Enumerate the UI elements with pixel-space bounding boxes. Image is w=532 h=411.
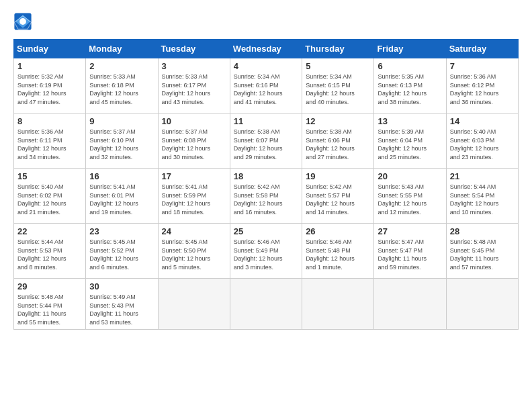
calendar-cell: 7 Sunrise: 5:36 AMSunset: 6:12 PMDayligh… — [446, 58, 518, 113]
weekday-header: Monday — [86, 40, 158, 58]
calendar-header-row: SundayMondayTuesdayWednesdayThursdayFrid… — [14, 40, 519, 58]
calendar-week-row: 22 Sunrise: 5:44 AMSunset: 5:53 PMDaylig… — [14, 224, 519, 279]
day-number: 13 — [378, 116, 442, 126]
day-info: Sunrise: 5:44 AMSunset: 5:53 PMDaylight:… — [17, 238, 82, 271]
day-number: 25 — [234, 226, 298, 236]
day-number: 29 — [17, 281, 82, 291]
page: SundayMondayTuesdayWednesdayThursdayFrid… — [0, 0, 532, 336]
day-info: Sunrise: 5:32 AMSunset: 6:19 PMDaylight:… — [17, 73, 82, 106]
logo — [13, 12, 35, 31]
calendar-cell: 13 Sunrise: 5:39 AMSunset: 6:04 PMDaylig… — [374, 113, 446, 169]
calendar-cell: 2 Sunrise: 5:33 AMSunset: 6:18 PMDayligh… — [86, 58, 158, 113]
day-info: Sunrise: 5:35 AMSunset: 6:13 PMDaylight:… — [378, 73, 442, 106]
day-number: 11 — [234, 116, 298, 126]
calendar-cell: 30 Sunrise: 5:49 AMSunset: 5:43 PMDaylig… — [86, 279, 158, 330]
day-number: 22 — [17, 226, 82, 236]
day-info: Sunrise: 5:49 AMSunset: 5:43 PMDaylight:… — [89, 293, 154, 326]
day-info: Sunrise: 5:40 AMSunset: 6:03 PMDaylight:… — [450, 128, 515, 161]
calendar-cell: 16 Sunrise: 5:41 AMSunset: 6:01 PMDaylig… — [86, 169, 158, 224]
header — [13, 12, 519, 31]
day-number: 1 — [17, 61, 82, 71]
calendar-week-row: 8 Sunrise: 5:36 AMSunset: 6:11 PMDayligh… — [14, 113, 519, 169]
calendar-cell: 27 Sunrise: 5:47 AMSunset: 5:47 PMDaylig… — [374, 224, 446, 279]
day-number: 20 — [378, 171, 442, 181]
day-number: 7 — [450, 61, 515, 71]
day-number: 27 — [378, 226, 442, 236]
weekday-header: Wednesday — [230, 40, 302, 58]
day-number: 9 — [89, 116, 154, 126]
day-number: 2 — [89, 61, 154, 71]
day-info: Sunrise: 5:34 AMSunset: 6:15 PMDaylight:… — [306, 73, 370, 106]
calendar-cell — [158, 279, 230, 330]
day-info: Sunrise: 5:37 AMSunset: 6:10 PMDaylight:… — [89, 128, 154, 161]
calendar-week-row: 1 Sunrise: 5:32 AMSunset: 6:19 PMDayligh… — [14, 58, 519, 113]
calendar-cell: 1 Sunrise: 5:32 AMSunset: 6:19 PMDayligh… — [14, 58, 86, 113]
day-info: Sunrise: 5:33 AMSunset: 6:18 PMDaylight:… — [89, 73, 154, 106]
calendar-cell — [374, 279, 446, 330]
calendar-cell: 4 Sunrise: 5:34 AMSunset: 6:16 PMDayligh… — [230, 58, 302, 113]
calendar-cell: 3 Sunrise: 5:33 AMSunset: 6:17 PMDayligh… — [158, 58, 230, 113]
day-info: Sunrise: 5:46 AMSunset: 5:49 PMDaylight:… — [234, 238, 298, 271]
logo-icon — [13, 12, 32, 31]
day-number: 17 — [162, 171, 226, 181]
day-number: 19 — [306, 171, 370, 181]
day-number: 23 — [89, 226, 154, 236]
day-number: 30 — [89, 281, 154, 291]
calendar-week-row: 15 Sunrise: 5:40 AMSunset: 6:02 PMDaylig… — [14, 169, 519, 224]
calendar-cell: 21 Sunrise: 5:44 AMSunset: 5:54 PMDaylig… — [446, 169, 518, 224]
calendar-cell: 10 Sunrise: 5:37 AMSunset: 6:08 PMDaylig… — [158, 113, 230, 169]
day-number: 3 — [162, 61, 226, 71]
calendar-cell: 17 Sunrise: 5:41 AMSunset: 5:59 PMDaylig… — [158, 169, 230, 224]
day-number: 10 — [162, 116, 226, 126]
calendar-cell: 15 Sunrise: 5:40 AMSunset: 6:02 PMDaylig… — [14, 169, 86, 224]
day-number: 21 — [450, 171, 515, 181]
day-number: 26 — [306, 226, 370, 236]
day-info: Sunrise: 5:33 AMSunset: 6:17 PMDaylight:… — [162, 73, 226, 106]
calendar-cell: 12 Sunrise: 5:38 AMSunset: 6:06 PMDaylig… — [302, 113, 374, 169]
weekday-header: Thursday — [302, 40, 374, 58]
day-info: Sunrise: 5:36 AMSunset: 6:11 PMDaylight:… — [17, 128, 82, 161]
day-info: Sunrise: 5:46 AMSunset: 5:48 PMDaylight:… — [306, 238, 370, 271]
day-info: Sunrise: 5:48 AMSunset: 5:44 PMDaylight:… — [17, 293, 82, 326]
day-info: Sunrise: 5:41 AMSunset: 6:01 PMDaylight:… — [89, 183, 154, 216]
day-info: Sunrise: 5:42 AMSunset: 5:57 PMDaylight:… — [306, 183, 370, 216]
day-number: 6 — [378, 61, 442, 71]
day-info: Sunrise: 5:38 AMSunset: 6:07 PMDaylight:… — [234, 128, 298, 161]
calendar-cell — [302, 279, 374, 330]
day-info: Sunrise: 5:40 AMSunset: 6:02 PMDaylight:… — [17, 183, 82, 216]
day-number: 24 — [162, 226, 226, 236]
day-number: 15 — [17, 171, 82, 181]
day-info: Sunrise: 5:34 AMSunset: 6:16 PMDaylight:… — [234, 73, 298, 106]
calendar-cell: 23 Sunrise: 5:45 AMSunset: 5:52 PMDaylig… — [86, 224, 158, 279]
calendar-cell: 5 Sunrise: 5:34 AMSunset: 6:15 PMDayligh… — [302, 58, 374, 113]
day-info: Sunrise: 5:48 AMSunset: 5:45 PMDaylight:… — [450, 238, 515, 271]
calendar: SundayMondayTuesdayWednesdayThursdayFrid… — [13, 39, 519, 330]
calendar-cell: 8 Sunrise: 5:36 AMSunset: 6:11 PMDayligh… — [14, 113, 86, 169]
calendar-cell: 19 Sunrise: 5:42 AMSunset: 5:57 PMDaylig… — [302, 169, 374, 224]
day-info: Sunrise: 5:45 AMSunset: 5:52 PMDaylight:… — [89, 238, 154, 271]
day-number: 8 — [17, 116, 82, 126]
calendar-cell: 9 Sunrise: 5:37 AMSunset: 6:10 PMDayligh… — [86, 113, 158, 169]
weekday-header: Friday — [374, 40, 446, 58]
day-info: Sunrise: 5:44 AMSunset: 5:54 PMDaylight:… — [450, 183, 515, 216]
calendar-cell: 6 Sunrise: 5:35 AMSunset: 6:13 PMDayligh… — [374, 58, 446, 113]
calendar-cell: 20 Sunrise: 5:43 AMSunset: 5:55 PMDaylig… — [374, 169, 446, 224]
day-number: 18 — [234, 171, 298, 181]
day-number: 14 — [450, 116, 515, 126]
calendar-week-row: 29 Sunrise: 5:48 AMSunset: 5:44 PMDaylig… — [14, 279, 519, 330]
weekday-header: Tuesday — [158, 40, 230, 58]
day-info: Sunrise: 5:36 AMSunset: 6:12 PMDaylight:… — [450, 73, 515, 106]
calendar-cell: 28 Sunrise: 5:48 AMSunset: 5:45 PMDaylig… — [446, 224, 518, 279]
calendar-cell: 29 Sunrise: 5:48 AMSunset: 5:44 PMDaylig… — [14, 279, 86, 330]
calendar-cell — [446, 279, 518, 330]
day-info: Sunrise: 5:45 AMSunset: 5:50 PMDaylight:… — [162, 238, 226, 271]
calendar-cell — [230, 279, 302, 330]
day-info: Sunrise: 5:39 AMSunset: 6:04 PMDaylight:… — [378, 128, 442, 161]
calendar-cell: 22 Sunrise: 5:44 AMSunset: 5:53 PMDaylig… — [14, 224, 86, 279]
calendar-cell: 14 Sunrise: 5:40 AMSunset: 6:03 PMDaylig… — [446, 113, 518, 169]
calendar-cell: 25 Sunrise: 5:46 AMSunset: 5:49 PMDaylig… — [230, 224, 302, 279]
weekday-header: Saturday — [446, 40, 518, 58]
day-number: 4 — [234, 61, 298, 71]
svg-point-2 — [19, 18, 26, 25]
calendar-cell: 26 Sunrise: 5:46 AMSunset: 5:48 PMDaylig… — [302, 224, 374, 279]
